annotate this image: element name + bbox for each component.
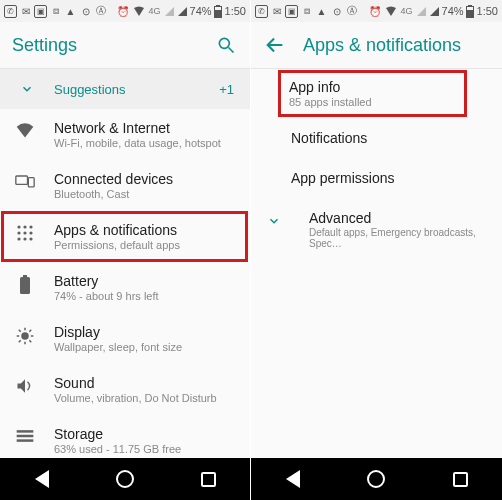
apps-notif-list: App info85 apps installed Notifications … [251, 69, 502, 458]
item-subtitle: 74% - about 9 hrs left [54, 290, 238, 302]
item-title: Display [54, 324, 238, 340]
sync-icon: ▲ [64, 5, 77, 18]
debug-icon: ⊙ [330, 5, 343, 18]
recents-square-icon [453, 472, 468, 487]
item-subtitle: 63% used - 11.75 GB free [54, 443, 238, 455]
signal-sim2-icon [177, 6, 187, 16]
network-4g: 4G [401, 6, 413, 16]
sync-icon: ▲ [315, 5, 328, 18]
signal-sim1-icon [164, 6, 174, 16]
suggestions-label: Suggestions [54, 82, 126, 97]
svg-point-15 [29, 237, 32, 240]
mail-icon: ✉ [270, 5, 283, 18]
item-title: Sound [54, 375, 238, 391]
svg-point-10 [17, 231, 20, 234]
home-circle-icon [367, 470, 385, 488]
nav-recents[interactable] [447, 466, 473, 492]
arrow-back-icon [264, 34, 286, 56]
nav-recents[interactable] [195, 466, 221, 492]
appbar: Settings [0, 22, 250, 68]
svg-point-11 [23, 231, 26, 234]
svg-point-7 [17, 225, 20, 228]
svg-line-25 [19, 340, 21, 342]
debug-icon: ⊙ [79, 5, 92, 18]
nav-back[interactable] [29, 466, 55, 492]
clock: 1:50 [477, 5, 498, 17]
item-title: Battery [54, 273, 238, 289]
item-battery[interactable]: Battery74% - about 9 hrs left [0, 262, 250, 313]
svg-rect-31 [468, 5, 472, 7]
android-navbar [251, 458, 502, 500]
alarm-icon: ⏰ [117, 5, 130, 18]
svg-line-26 [29, 330, 31, 332]
battery-icon [14, 273, 36, 295]
nav-back[interactable] [280, 466, 306, 492]
item-title: Network & Internet [54, 120, 238, 136]
phone-left: ✆ ✉ ▣ ⧈ ▲ ⊙ Ⓐ ⏰ 4G 74% 1:50 Settings [0, 0, 251, 500]
chevron-down-icon [267, 210, 287, 228]
item-subtitle: Bluetooth, Cast [54, 188, 238, 200]
svg-line-4 [229, 48, 234, 53]
image-icon: ▣ [285, 5, 298, 18]
nav-home[interactable] [363, 466, 389, 492]
item-storage[interactable]: Storage63% used - 11.75 GB free [0, 415, 250, 458]
signal-sim2-icon [429, 6, 439, 16]
item-connected-devices[interactable]: Connected devicesBluetooth, Cast [0, 160, 250, 211]
status-left-icons: ✆ ✉ ▣ ⧈ ▲ ⊙ Ⓐ [4, 5, 107, 18]
svg-rect-6 [28, 178, 34, 187]
svg-rect-16 [20, 277, 30, 294]
signal-sim1-icon [416, 6, 426, 16]
item-advanced[interactable]: AdvancedDefault apps, Emergency broadcas… [251, 198, 502, 261]
item-app-permissions[interactable]: App permissions [251, 158, 502, 198]
home-circle-icon [116, 470, 134, 488]
item-subtitle: Permissions, default apps [54, 239, 237, 251]
page-title: Settings [12, 35, 77, 56]
back-triangle-icon [35, 470, 49, 488]
item-title: Storage [54, 426, 238, 442]
whatsapp-icon: ✆ [255, 5, 268, 18]
dropbox-icon: ⧈ [49, 5, 62, 18]
circle-a-icon: Ⓐ [345, 5, 358, 18]
page-title: Apps & notifications [303, 35, 461, 56]
item-title: Advanced [309, 210, 486, 226]
battery-indicator: 74% [442, 5, 474, 18]
battery-pct: 74% [442, 5, 464, 17]
dropbox-icon: ⧈ [300, 5, 313, 18]
item-display[interactable]: DisplayWallpaper, sleep, font size [0, 313, 250, 364]
item-notifications[interactable]: Notifications [251, 118, 502, 158]
android-navbar [0, 458, 250, 500]
mail-icon: ✉ [19, 5, 32, 18]
svg-rect-27 [17, 430, 34, 433]
item-subtitle: 85 apps installed [289, 96, 456, 108]
suggestions-row[interactable]: Suggestions +1 [0, 69, 250, 109]
back-button[interactable] [263, 33, 287, 57]
clock: 1:50 [225, 5, 246, 17]
storage-icon [14, 426, 36, 444]
svg-point-14 [23, 237, 26, 240]
devices-icon [14, 171, 36, 189]
circle-a-icon: Ⓐ [94, 5, 107, 18]
alarm-icon: ⏰ [369, 5, 382, 18]
status-left-icons: ✆ ✉ ▣ ⧈ ▲ ⊙ Ⓐ [255, 5, 358, 18]
item-apps-notifications[interactable]: Apps & notificationsPermissions, default… [2, 212, 247, 261]
image-icon: ▣ [34, 5, 47, 18]
item-title: Connected devices [54, 171, 238, 187]
svg-line-24 [29, 340, 31, 342]
suggestions-count: +1 [219, 82, 234, 97]
item-network[interactable]: Network & InternetWi-Fi, mobile, data us… [0, 109, 250, 160]
wifi-icon [14, 120, 36, 138]
nav-home[interactable] [112, 466, 138, 492]
svg-line-23 [19, 330, 21, 332]
item-app-info[interactable]: App info85 apps installed [279, 71, 466, 116]
search-button[interactable] [214, 33, 238, 57]
wifi-icon [133, 5, 146, 18]
back-triangle-icon [286, 470, 300, 488]
item-subtitle: Wallpaper, sleep, font size [54, 341, 238, 353]
svg-point-3 [219, 38, 229, 48]
battery-pct: 74% [190, 5, 212, 17]
item-title: App permissions [291, 170, 486, 186]
settings-list: Network & InternetWi-Fi, mobile, data us… [0, 109, 250, 458]
item-sound[interactable]: SoundVolume, vibration, Do Not Disturb [0, 364, 250, 415]
svg-rect-32 [467, 7, 473, 10]
status-bar: ✆ ✉ ▣ ⧈ ▲ ⊙ Ⓐ ⏰ 4G 74% 1:50 [251, 0, 502, 22]
